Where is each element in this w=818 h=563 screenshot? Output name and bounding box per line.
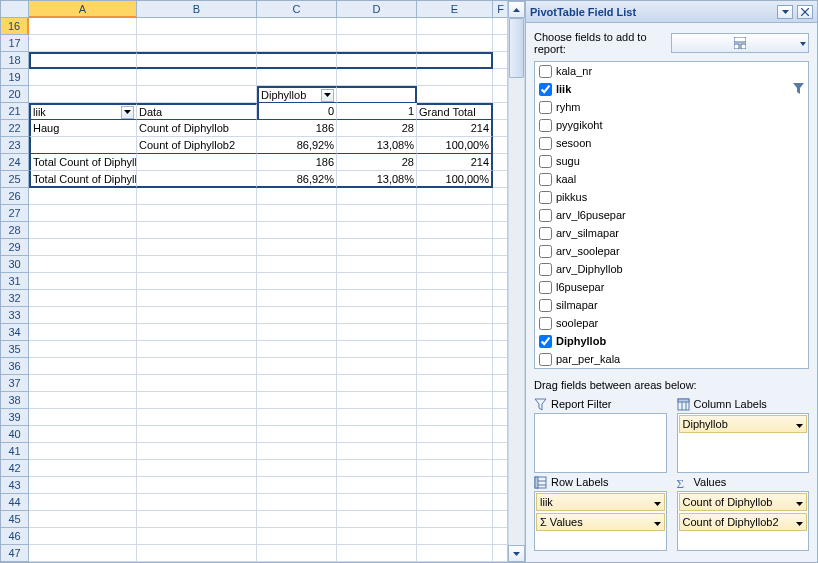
pivot-total-0-2[interactable]: 214 bbox=[417, 154, 493, 171]
cell-A39[interactable] bbox=[29, 409, 137, 426]
row-header-31[interactable]: 31 bbox=[1, 273, 29, 290]
cell-C34[interactable] bbox=[257, 324, 337, 341]
cell-B30[interactable] bbox=[137, 256, 257, 273]
cell-B32[interactable] bbox=[137, 290, 257, 307]
cell-F30[interactable] bbox=[493, 256, 507, 273]
row-header-42[interactable]: 42 bbox=[1, 460, 29, 477]
row-header-40[interactable]: 40 bbox=[1, 426, 29, 443]
cell-A38[interactable] bbox=[29, 392, 137, 409]
cell-E17[interactable] bbox=[417, 35, 493, 52]
cell-B47[interactable] bbox=[137, 545, 257, 562]
cell-A26[interactable] bbox=[29, 188, 137, 205]
cell-E45[interactable] bbox=[417, 511, 493, 528]
cell-F35[interactable] bbox=[493, 341, 507, 358]
cell-D43[interactable] bbox=[337, 477, 417, 494]
cell-E33[interactable] bbox=[417, 307, 493, 324]
row-header-34[interactable]: 34 bbox=[1, 324, 29, 341]
row-header-30[interactable]: 30 bbox=[1, 256, 29, 273]
field-item-Diphyllob[interactable]: Diphyllob bbox=[535, 332, 808, 350]
cell-B31[interactable] bbox=[137, 273, 257, 290]
cell-A28[interactable] bbox=[29, 222, 137, 239]
field-item-liik[interactable]: liik bbox=[535, 80, 808, 98]
cell-E42[interactable] bbox=[417, 460, 493, 477]
cell-F23[interactable] bbox=[493, 137, 507, 154]
panel-titlebar[interactable]: PivotTable Field List bbox=[526, 1, 817, 23]
cell-B45[interactable] bbox=[137, 511, 257, 528]
row-header-16[interactable]: 16 bbox=[1, 18, 29, 35]
cell-D42[interactable] bbox=[337, 460, 417, 477]
chevron-down-icon[interactable] bbox=[654, 516, 661, 528]
cell-B39[interactable] bbox=[137, 409, 257, 426]
cell-D39[interactable] bbox=[337, 409, 417, 426]
cell-E44[interactable] bbox=[417, 494, 493, 511]
cell-D37[interactable] bbox=[337, 375, 417, 392]
cell-E37[interactable] bbox=[417, 375, 493, 392]
cell-F28[interactable] bbox=[493, 222, 507, 239]
row-header-21[interactable]: 21 bbox=[1, 103, 29, 120]
row-header-37[interactable]: 37 bbox=[1, 375, 29, 392]
cell-C16[interactable] bbox=[257, 18, 337, 35]
pivot-val-0-1[interactable]: 28 bbox=[337, 120, 417, 137]
values-item-0[interactable]: Count of Diphyllob bbox=[679, 493, 808, 511]
cell-D35[interactable] bbox=[337, 341, 417, 358]
cell-D26[interactable] bbox=[337, 188, 417, 205]
cell-C45[interactable] bbox=[257, 511, 337, 528]
pivot-total-0-1[interactable]: 28 bbox=[337, 154, 417, 171]
cell-E28[interactable] bbox=[417, 222, 493, 239]
cell-B34[interactable] bbox=[137, 324, 257, 341]
cell-E47[interactable] bbox=[417, 545, 493, 562]
cell-A43[interactable] bbox=[29, 477, 137, 494]
cell-B24[interactable] bbox=[137, 154, 257, 171]
pivot-total-1-0[interactable]: 86,92% bbox=[257, 171, 337, 188]
field-item-pikkus[interactable]: pikkus bbox=[535, 188, 808, 206]
cell-F20[interactable] bbox=[493, 86, 507, 103]
cell-B19[interactable] bbox=[137, 69, 257, 86]
pivot-row-dropdown[interactable] bbox=[121, 106, 134, 119]
cell-D19[interactable] bbox=[337, 69, 417, 86]
cell-C18[interactable] bbox=[257, 52, 337, 69]
cell-D27[interactable] bbox=[337, 205, 417, 222]
cell-A41[interactable] bbox=[29, 443, 137, 460]
cell-F34[interactable] bbox=[493, 324, 507, 341]
cell-D44[interactable] bbox=[337, 494, 417, 511]
chevron-down-icon[interactable] bbox=[796, 418, 803, 430]
cell-B16[interactable] bbox=[137, 18, 257, 35]
field-checkbox-l6pusepar[interactable] bbox=[539, 281, 552, 294]
cell-D30[interactable] bbox=[337, 256, 417, 273]
cell-B40[interactable] bbox=[137, 426, 257, 443]
cell-C33[interactable] bbox=[257, 307, 337, 324]
field-checkbox-arv_silmapar[interactable] bbox=[539, 227, 552, 240]
field-checkbox-kaal[interactable] bbox=[539, 173, 552, 186]
cell-D28[interactable] bbox=[337, 222, 417, 239]
pivot-rowlabel-0[interactable]: Haug bbox=[29, 120, 137, 137]
row-header-24[interactable]: 24 bbox=[1, 154, 29, 171]
cell-D32[interactable] bbox=[337, 290, 417, 307]
panel-close-button[interactable] bbox=[797, 5, 813, 19]
cell-D20[interactable] bbox=[337, 86, 417, 103]
cell-A31[interactable] bbox=[29, 273, 137, 290]
row-header-26[interactable]: 26 bbox=[1, 188, 29, 205]
cell-E20[interactable] bbox=[417, 86, 493, 103]
field-checkbox-soolepar[interactable] bbox=[539, 317, 552, 330]
scroll-down-button[interactable] bbox=[508, 545, 525, 562]
cell-D17[interactable] bbox=[337, 35, 417, 52]
field-item-silmapar[interactable]: silmapar bbox=[535, 296, 808, 314]
cell-C31[interactable] bbox=[257, 273, 337, 290]
cell-E38[interactable] bbox=[417, 392, 493, 409]
cell-F17[interactable] bbox=[493, 35, 507, 52]
cell-F32[interactable] bbox=[493, 290, 507, 307]
field-item-l6pusepar[interactable]: l6pusepar bbox=[535, 278, 808, 296]
cell-B27[interactable] bbox=[137, 205, 257, 222]
cell-F24[interactable] bbox=[493, 154, 507, 171]
cell-E32[interactable] bbox=[417, 290, 493, 307]
cell-A33[interactable] bbox=[29, 307, 137, 324]
row-header-33[interactable]: 33 bbox=[1, 307, 29, 324]
cell-C42[interactable] bbox=[257, 460, 337, 477]
cell-A18[interactable] bbox=[29, 52, 137, 69]
field-item-ryhm[interactable]: ryhm bbox=[535, 98, 808, 116]
cell-C30[interactable] bbox=[257, 256, 337, 273]
scroll-thumb[interactable] bbox=[509, 18, 524, 78]
field-checkbox-pyygikoht[interactable] bbox=[539, 119, 552, 132]
cell-D34[interactable] bbox=[337, 324, 417, 341]
cell-B28[interactable] bbox=[137, 222, 257, 239]
